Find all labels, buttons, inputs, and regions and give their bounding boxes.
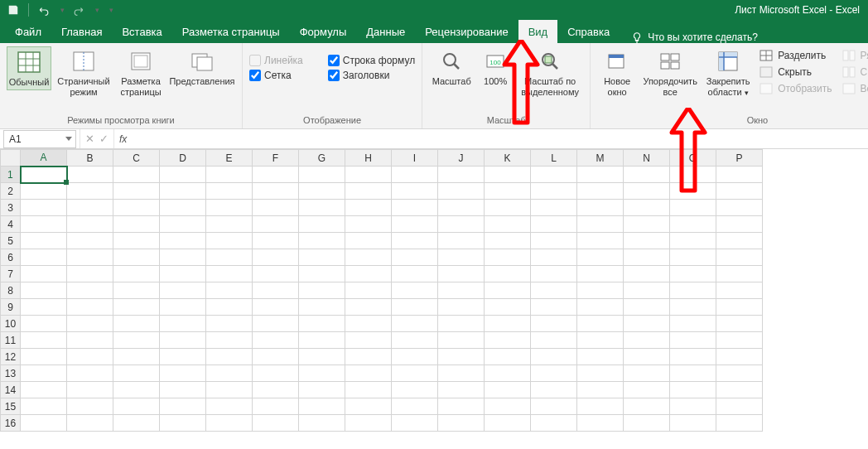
cell[interactable] bbox=[485, 398, 531, 415]
cell[interactable] bbox=[577, 200, 624, 216]
cell[interactable] bbox=[160, 233, 206, 249]
row-header[interactable]: 2 bbox=[1, 183, 21, 200]
custom-views-button[interactable]: Представления bbox=[169, 46, 235, 89]
cell[interactable] bbox=[299, 398, 345, 415]
cell[interactable] bbox=[160, 183, 206, 200]
row-header[interactable]: 1 bbox=[1, 167, 21, 183]
cell[interactable] bbox=[113, 216, 160, 233]
cell[interactable] bbox=[577, 266, 624, 282]
cell[interactable] bbox=[670, 200, 716, 216]
cell[interactable] bbox=[438, 349, 485, 365]
cell[interactable] bbox=[113, 167, 160, 183]
cell[interactable] bbox=[67, 282, 113, 299]
cell[interactable] bbox=[113, 266, 160, 282]
cell[interactable] bbox=[624, 266, 670, 282]
cell[interactable] bbox=[253, 382, 299, 398]
cell[interactable] bbox=[21, 332, 67, 349]
cell[interactable] bbox=[299, 365, 345, 382]
cell[interactable] bbox=[531, 332, 577, 349]
cell[interactable] bbox=[392, 216, 438, 233]
column-header[interactable]: M bbox=[577, 150, 624, 167]
cell[interactable] bbox=[670, 349, 716, 365]
column-header[interactable]: I bbox=[392, 150, 438, 167]
cell[interactable] bbox=[716, 398, 763, 415]
cell[interactable] bbox=[577, 316, 624, 332]
cell[interactable] bbox=[392, 233, 438, 249]
cell[interactable] bbox=[160, 200, 206, 216]
cell[interactable] bbox=[67, 233, 113, 249]
cell[interactable] bbox=[160, 299, 206, 316]
cell[interactable] bbox=[253, 183, 299, 200]
cell[interactable] bbox=[206, 249, 253, 266]
cell[interactable] bbox=[253, 282, 299, 299]
cell[interactable] bbox=[21, 316, 67, 332]
cell[interactable] bbox=[206, 299, 253, 316]
cell[interactable] bbox=[716, 233, 763, 249]
cell[interactable] bbox=[531, 167, 577, 183]
cell[interactable] bbox=[345, 249, 392, 266]
column-header[interactable]: P bbox=[716, 150, 763, 167]
cell[interactable] bbox=[392, 332, 438, 349]
tell-me-search[interactable]: Что вы хотите сделать? bbox=[631, 31, 758, 43]
cell[interactable] bbox=[716, 266, 763, 282]
cell[interactable] bbox=[531, 316, 577, 332]
cell[interactable] bbox=[624, 167, 670, 183]
cell[interactable] bbox=[716, 200, 763, 216]
name-box[interactable]: A1 bbox=[3, 130, 76, 148]
cell[interactable] bbox=[670, 216, 716, 233]
tab-data[interactable]: Данные bbox=[356, 20, 415, 43]
cell[interactable] bbox=[577, 299, 624, 316]
cell[interactable] bbox=[299, 249, 345, 266]
column-header[interactable]: C bbox=[113, 150, 160, 167]
cell[interactable] bbox=[21, 365, 67, 382]
cell[interactable] bbox=[345, 233, 392, 249]
cell[interactable] bbox=[716, 183, 763, 200]
cell[interactable] bbox=[253, 365, 299, 382]
cell[interactable] bbox=[299, 282, 345, 299]
spreadsheet-grid[interactable]: ABCDEFGHIJKLMNOP12345678910111213141516 bbox=[0, 149, 868, 432]
undo-icon[interactable] bbox=[36, 2, 52, 18]
cell[interactable] bbox=[113, 398, 160, 415]
cell[interactable] bbox=[345, 299, 392, 316]
cell[interactable] bbox=[113, 282, 160, 299]
column-header[interactable]: G bbox=[299, 150, 345, 167]
cell[interactable] bbox=[392, 266, 438, 282]
cell[interactable] bbox=[345, 216, 392, 233]
cell[interactable] bbox=[67, 216, 113, 233]
formula-bar-checkbox[interactable]: Строка формул bbox=[328, 55, 415, 66]
cell[interactable] bbox=[160, 398, 206, 415]
new-window-button[interactable]: Новоеокно bbox=[597, 46, 637, 99]
save-icon[interactable] bbox=[5, 2, 22, 18]
cell[interactable] bbox=[113, 183, 160, 200]
cell[interactable] bbox=[345, 415, 392, 432]
cell[interactable] bbox=[67, 167, 113, 183]
cell[interactable] bbox=[67, 398, 113, 415]
column-header[interactable]: E bbox=[206, 150, 253, 167]
cell[interactable] bbox=[438, 183, 485, 200]
cell[interactable] bbox=[670, 183, 716, 200]
cell[interactable] bbox=[670, 382, 716, 398]
cell[interactable] bbox=[345, 183, 392, 200]
cell[interactable] bbox=[206, 233, 253, 249]
cell[interactable] bbox=[345, 266, 392, 282]
cell[interactable] bbox=[113, 382, 160, 398]
cell[interactable] bbox=[438, 167, 485, 183]
cell[interactable] bbox=[253, 200, 299, 216]
cell[interactable] bbox=[716, 316, 763, 332]
cell[interactable] bbox=[438, 200, 485, 216]
row-header[interactable]: 6 bbox=[1, 249, 21, 266]
cell[interactable] bbox=[577, 282, 624, 299]
cell[interactable] bbox=[577, 382, 624, 398]
cell[interactable] bbox=[253, 266, 299, 282]
cell[interactable] bbox=[113, 249, 160, 266]
cell[interactable] bbox=[113, 365, 160, 382]
cell[interactable] bbox=[160, 415, 206, 432]
cell[interactable] bbox=[67, 316, 113, 332]
cell[interactable] bbox=[160, 216, 206, 233]
row-header[interactable]: 16 bbox=[1, 415, 21, 432]
cell[interactable] bbox=[438, 216, 485, 233]
cell[interactable] bbox=[345, 332, 392, 349]
cell[interactable] bbox=[670, 167, 716, 183]
cell[interactable] bbox=[206, 382, 253, 398]
row-header[interactable]: 3 bbox=[1, 200, 21, 216]
